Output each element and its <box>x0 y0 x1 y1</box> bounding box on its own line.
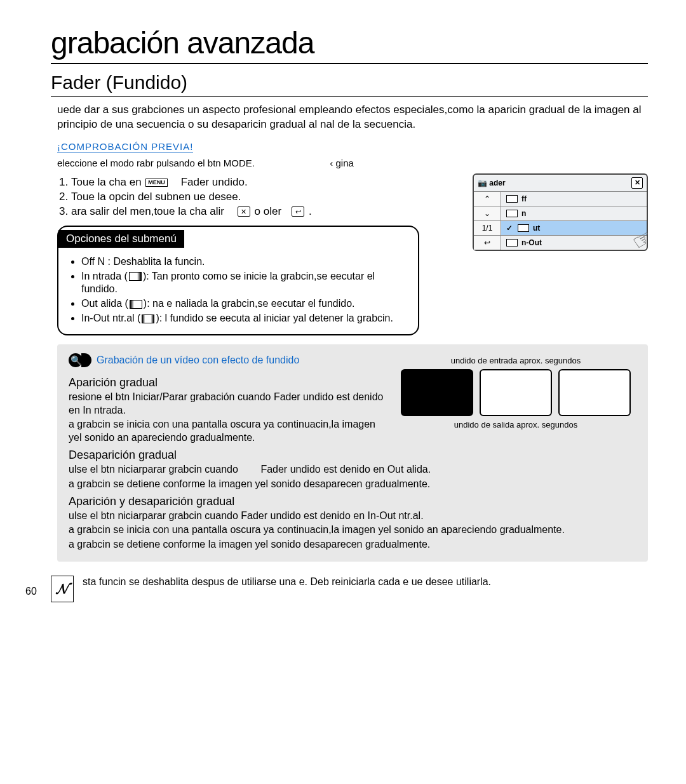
p-fade-out-1: ulse el btn niciarparar grabcin cuando F… <box>69 463 636 476</box>
opt-inout-label: In-Out <box>81 313 109 323</box>
cam-item-inout-label: n-Out <box>521 238 542 247</box>
cam-item-inout: n-Out <box>501 236 647 250</box>
step-3-text: ara salir del men,toue la cha alir <box>71 205 224 217</box>
howto-heading-text: Grabación de un vídeo con efecto de fund… <box>97 355 299 366</box>
fade-illustration: undido de entrada aprox. segundos undido… <box>395 356 636 429</box>
fade-in-icon <box>129 272 142 281</box>
note-icon: 𝓝 <box>51 576 74 602</box>
cam-up-button: ⌃ <box>474 192 501 206</box>
cam-ui-title: ader <box>489 179 505 187</box>
caption-fade-out: undido de salida aprox. segundos <box>395 420 636 429</box>
cam-item-in-label: n <box>521 209 526 218</box>
p-fade-inout-3: a grabcin se detiene conforme la imagen … <box>69 538 636 551</box>
cam-item-off-label: ff <box>521 194 527 203</box>
cam-item-out: ut <box>501 221 647 236</box>
opt-off-sub: N <box>98 256 105 267</box>
section-title: Fader (Fundido) <box>51 72 648 97</box>
precheck-text: eleccione el modo rabr pulsando el btn M… <box>57 158 648 168</box>
p-fade-inout-2: a grabcin se inicia con una pantalla osc… <box>69 524 636 537</box>
precheck-text-a: eleccione el modo rabr pulsando el btn <box>57 158 224 168</box>
opt-in-label: In <box>81 271 90 281</box>
footnote-text: sta funcin se deshablita despus de utili… <box>83 576 491 589</box>
page-title: grabación avanzada <box>51 25 648 64</box>
step-2: Toue la opcin del subnen ue desee. <box>71 191 461 203</box>
opt-off-label: Off <box>81 256 95 267</box>
page-number: 60 <box>25 586 37 597</box>
howto-box: 🔍 Grabación de un vídeo con efecto de fu… <box>57 344 648 562</box>
cam-return-button: ↩ <box>474 236 501 250</box>
menu-icon: MENU <box>145 179 168 187</box>
step-1-text: Toue la cha en <box>71 176 142 188</box>
fade-inout-icon <box>142 314 154 323</box>
intro-text: uede dar a sus grabciones un aspecto pro… <box>57 103 648 132</box>
return-icon: ↩ <box>292 206 304 217</box>
mode-button-label: MODE <box>224 158 252 168</box>
h-fade-out: Desaparición gradual <box>69 449 636 462</box>
submenu-options-box: Opciones del submenú Off N : Deshablita … <box>57 226 419 335</box>
opt-out-desc: ): na e naliada la grabcin,se eecutar el… <box>144 298 355 309</box>
p-fade-out-2: a grabcin se detiene conforme la imagen … <box>69 478 636 491</box>
frame-light <box>558 369 631 416</box>
cam-item-in: n <box>501 206 647 221</box>
cam-item-out-label: ut <box>533 224 540 233</box>
opt-out-label: Out <box>81 298 98 309</box>
opt-inout-desc: ): l fundido se eecuta al iniciar yal de… <box>156 313 393 323</box>
submenu-item-in: In ntrada (): Tan pronto como se inicie … <box>81 270 408 297</box>
opt-out-sub: alida ( <box>100 298 128 309</box>
submenu-item-inout: In-Out ntr.al (): l fundido se eecuta al… <box>81 312 408 325</box>
opt-in-sub: ntrada ( <box>93 271 128 281</box>
camera-ui-illustration: 📷 ader ✕ ⌃ ⌄ 1/1 ↩ ff n ut n-Out <box>473 173 648 251</box>
step-3-or: o oler <box>255 205 282 217</box>
opt-off-desc: : Deshablita la funcin. <box>108 256 205 267</box>
step-1-target: Fader undido. <box>181 176 248 188</box>
step-1: Toue la cha en MENU Fader undido. <box>71 176 461 189</box>
opt-inout-sub: ntr.al ( <box>112 313 140 323</box>
step-3-end: . <box>309 205 312 217</box>
cam-close-icon: ✕ <box>631 177 643 189</box>
frame-mid <box>480 369 552 416</box>
cam-down-button: ⌄ <box>474 206 501 221</box>
step-2-text: Toue la opcin del subnen ue desee. <box>71 191 241 203</box>
submenu-item-off: Off N : Deshablita la funcin. <box>81 255 408 269</box>
close-icon: ✕ <box>238 206 250 217</box>
h-fade-inout: Aparición y desaparición gradual <box>69 495 636 508</box>
footnote: 60 𝓝 sta funcin se deshablita despus de … <box>51 576 648 602</box>
precheck-dot: . <box>252 158 255 168</box>
howto-heading: 🔍 Grabación de un vídeo con efecto de fu… <box>69 353 299 367</box>
steps-list: Toue la cha en MENU Fader undido. Toue l… <box>57 176 461 218</box>
precheck-label: ¡COMPROBACIÓN PREVIA! <box>57 141 193 152</box>
submenu-item-out: Out alida (): na e naliada la grabcin,se… <box>81 297 408 311</box>
cam-item-off: ff <box>501 192 647 206</box>
frame-dark <box>401 369 473 416</box>
fade-out-icon <box>130 300 142 309</box>
magnifier-icon: 🔍 <box>69 353 83 367</box>
cam-page-indicator: 1/1 <box>474 221 501 236</box>
precheck-page-ref: ‹ gina <box>330 158 354 168</box>
step-3: ara salir del men,toue la cha alir ✕ o o… <box>71 205 461 218</box>
p-fade-inout-1: ulse el btn niciarparar grabcin cuando F… <box>69 510 636 523</box>
submenu-header: Opciones del submenú <box>58 230 184 248</box>
caption-fade-in: undido de entrada aprox. segundos <box>395 356 636 365</box>
